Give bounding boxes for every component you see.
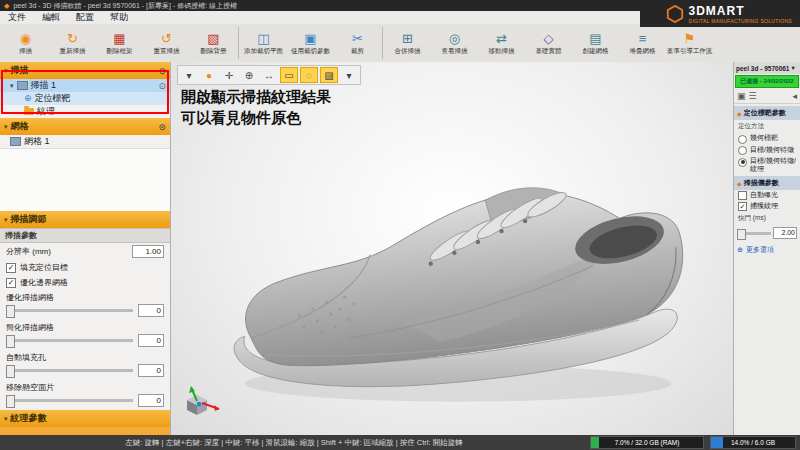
rescan-icon: ↻ bbox=[67, 32, 78, 46]
optimize-mesh-label: 優化掃描網格 bbox=[0, 290, 170, 303]
view-scan-button[interactable]: ◎查看掃描 bbox=[431, 24, 478, 62]
optimize-mesh-value[interactable]: 0 bbox=[138, 304, 164, 317]
collapse-caret-icon[interactable]: ▾ bbox=[10, 82, 14, 90]
collapse-caret-icon[interactable]: ▾ bbox=[4, 415, 8, 423]
delete-background-button[interactable]: ▧刪除背景 bbox=[190, 24, 237, 62]
trim-icon: ✂ bbox=[352, 32, 363, 46]
scan-icon: ◉ bbox=[20, 32, 31, 46]
targets-radio[interactable] bbox=[738, 135, 747, 144]
scan-item-icon bbox=[17, 81, 28, 90]
panel-spacer bbox=[0, 148, 170, 211]
scan-adjust-header[interactable]: ▾ 掃描調節 bbox=[0, 211, 170, 228]
trim-button[interactable]: ✂裁剪 bbox=[334, 24, 381, 62]
targets-geometry-radio[interactable] bbox=[738, 146, 747, 155]
chevron-down-icon[interactable]: ▾ bbox=[791, 64, 794, 72]
eye-icon[interactable]: ⊙ bbox=[158, 122, 166, 132]
fill-holes-slider[interactable] bbox=[6, 369, 133, 372]
shutter-slider[interactable] bbox=[737, 232, 771, 235]
mesh-section-header[interactable]: ▾ 網格 ⊙ bbox=[0, 118, 170, 135]
option-targets-geometry-texture[interactable]: x 目標/幾何特徵/紋理 bbox=[734, 156, 800, 174]
brush-select-icon[interactable]: ▨ bbox=[320, 67, 338, 83]
menu-config[interactable]: 配置 bbox=[68, 11, 102, 24]
positioning-params-header[interactable]: ◆ 定位標靶參數 bbox=[734, 106, 800, 120]
collapse-caret-icon[interactable]: ▾ bbox=[4, 67, 8, 75]
reset-scan-button[interactable]: ↺重置掃描 bbox=[143, 24, 190, 62]
shutter-value-input[interactable]: 2.00 bbox=[773, 227, 797, 239]
rescan-button[interactable]: ↻重新掃描 bbox=[49, 24, 96, 62]
capture-texture-checkbox[interactable]: ✓ bbox=[738, 202, 747, 211]
selection-dropdown[interactable]: ▾ bbox=[340, 67, 358, 83]
slider-thumb[interactable] bbox=[6, 365, 15, 378]
capture-texture-row[interactable]: ✓ 捕獲紋理 bbox=[734, 201, 800, 212]
more-options-link[interactable]: ⊕ 更多選項 bbox=[734, 241, 800, 259]
optimize-boundary-row[interactable]: ✓ 優化邊界網格 bbox=[0, 275, 170, 290]
remove-isolated-slider[interactable] bbox=[6, 399, 133, 402]
simplify-mesh-value[interactable]: 0 bbox=[138, 334, 164, 347]
move-scan-button[interactable]: ⇄移動掃描 bbox=[478, 24, 525, 62]
fill-targets-row[interactable]: ✓ 填充定位目標 bbox=[0, 260, 170, 275]
tree-item-mesh1[interactable]: 網格 1 bbox=[0, 135, 170, 148]
fill-targets-checkbox[interactable]: ✓ bbox=[6, 263, 16, 273]
remove-isolated-value[interactable]: 0 bbox=[138, 394, 164, 407]
camera-icon[interactable]: ▣ bbox=[737, 91, 746, 101]
fill-holes-value[interactable]: 0 bbox=[138, 364, 164, 377]
crosshair-icon[interactable]: ✛ bbox=[220, 67, 238, 83]
tree-item-texture[interactable]: 紋理 bbox=[0, 105, 170, 118]
viewport-canvas[interactable]: ▾ ● ✛ ⊕ ↔ ▭ ◌ ▨ ▾ 開啟顯示掃描紋理結果 可以看見物件原色 bbox=[171, 62, 733, 435]
base-entity-icon: ◇ bbox=[544, 32, 554, 46]
slider-thumb[interactable] bbox=[737, 229, 746, 240]
simplify-mesh-slider[interactable] bbox=[6, 339, 133, 342]
optimize-mesh-slider[interactable] bbox=[6, 309, 133, 312]
move-tool-icon[interactable]: ↔ bbox=[260, 67, 278, 83]
guided-workflow-button[interactable]: ⚑基準引導工作流 bbox=[666, 24, 713, 62]
eye-icon[interactable]: ⊙ bbox=[158, 81, 166, 91]
eye-icon[interactable]: ⊙ bbox=[158, 66, 166, 76]
menu-help[interactable]: 幫助 bbox=[102, 11, 136, 24]
resolution-input[interactable]: 1.00 bbox=[132, 245, 164, 258]
menu-edit[interactable]: 編輯 bbox=[34, 11, 68, 24]
delete-frame-button[interactable]: ▦刪除框架 bbox=[96, 24, 143, 62]
add-clipping-plane-button[interactable]: ◫添加裁切平面 bbox=[240, 24, 287, 62]
rectangle-select-icon[interactable]: ▭ bbox=[280, 67, 298, 83]
more-options-label: 更多選項 bbox=[746, 245, 774, 255]
orientation-gizmo[interactable] bbox=[181, 383, 223, 423]
collapse-panel-icon[interactable]: ◂ bbox=[792, 91, 797, 101]
auto-exposure-row[interactable]: 自動曝光 bbox=[734, 190, 800, 201]
base-entity-button[interactable]: ◇基礎實體 bbox=[525, 24, 572, 62]
mesh-section-title: 網格 bbox=[11, 120, 29, 133]
auto-exposure-checkbox[interactable] bbox=[738, 191, 747, 200]
create-mesh-icon: ▤ bbox=[589, 32, 601, 46]
simplify-mesh-label: 簡化掃描網格 bbox=[0, 320, 170, 333]
collapse-caret-icon[interactable]: ▾ bbox=[4, 123, 8, 131]
connection-status-bar: 已連接 - 24/02/2022 bbox=[735, 75, 799, 88]
menu-file[interactable]: 文件 bbox=[0, 11, 34, 24]
stack-mesh-icon: ≡ bbox=[639, 32, 647, 46]
lasso-select-icon[interactable]: ◌ bbox=[300, 67, 318, 83]
create-mesh-button[interactable]: ▤創建網格 bbox=[572, 24, 619, 62]
tree-item-targets[interactable]: ⊕ 定位標靶 bbox=[0, 92, 170, 105]
settings-icon[interactable]: ☰ bbox=[749, 91, 757, 101]
scan-adjust-title: 掃描調節 bbox=[11, 213, 47, 226]
stack-mesh-button[interactable]: ≡堆疊網格 bbox=[619, 24, 666, 62]
ram-meter-text: 7.0% / 32.0 GB (RAM) bbox=[591, 437, 703, 448]
use-clipping-params-button[interactable]: ▣使用裁切參數 bbox=[287, 24, 334, 62]
scan-button[interactable]: ◉掃描 bbox=[2, 24, 49, 62]
optimize-boundary-label: 優化邊界網格 bbox=[20, 277, 68, 288]
option-targets[interactable]: 幾何標靶 bbox=[734, 133, 800, 145]
option-targets-geometry[interactable]: 目標/幾何特徵 bbox=[734, 145, 800, 157]
optimize-boundary-checkbox[interactable]: ✓ bbox=[6, 278, 16, 288]
view-options-dropdown[interactable]: ▾ bbox=[180, 67, 198, 83]
slider-thumb[interactable] bbox=[6, 305, 15, 318]
scan-display-icon[interactable]: ● bbox=[200, 67, 218, 83]
slider-thumb[interactable] bbox=[6, 335, 15, 348]
targets-geometry-texture-radio[interactable]: x bbox=[738, 158, 747, 167]
texture-params-header[interactable]: ▾ 紋理參數 bbox=[0, 410, 170, 427]
add-selection-icon[interactable]: ⊕ bbox=[240, 67, 258, 83]
tree-item-scan1[interactable]: ▾ 掃描 1 ⊙ bbox=[0, 79, 170, 92]
merge-scans-button[interactable]: ⊞合併掃描 bbox=[384, 24, 431, 62]
collapse-caret-icon[interactable]: ▾ bbox=[4, 216, 8, 224]
slider-thumb[interactable] bbox=[6, 395, 15, 408]
scan-section-header[interactable]: ▾ 掃描 ⊙ bbox=[0, 62, 170, 79]
scanner-params-header[interactable]: ◆ 掃描儀參數 bbox=[734, 176, 800, 190]
device-title-bar[interactable]: peel 3d - 9570061 ▾ bbox=[734, 62, 800, 74]
